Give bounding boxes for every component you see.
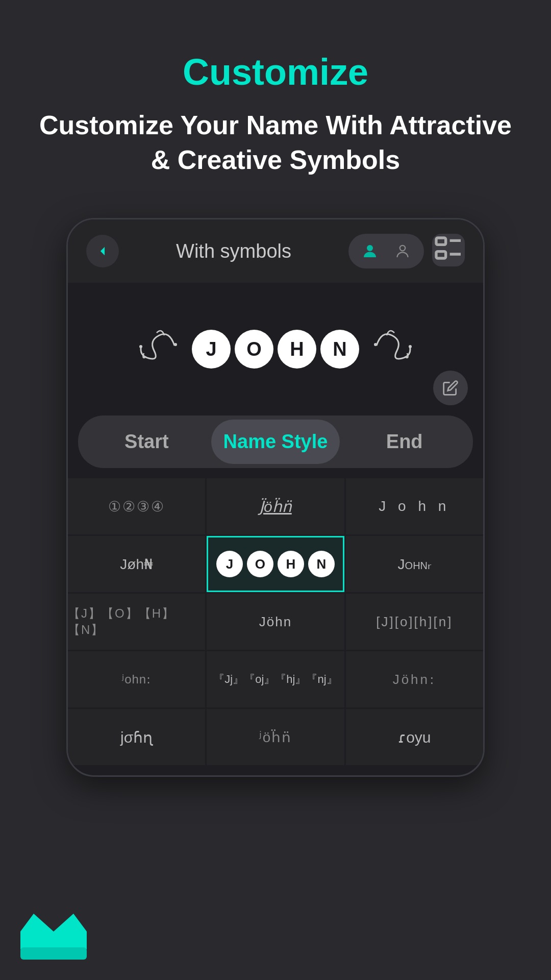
crown-base <box>20 947 87 960</box>
style-cell-7[interactable]: 【J】【O】【H】【N】 <box>68 594 205 650</box>
style-text-9: [J][o][h][n] <box>376 614 453 630</box>
person-outline-icon[interactable] <box>389 238 416 264</box>
style-selected-display: J O H N <box>216 551 335 577</box>
page-title: Customize <box>31 51 520 93</box>
svg-point-1 <box>400 246 406 251</box>
person-icons-group <box>348 234 424 268</box>
style-cell-4[interactable]: Jøh₦ <box>68 536 205 592</box>
letter-O: O <box>235 330 273 369</box>
style-cell-9[interactable]: [J][o][h][n] <box>346 594 483 650</box>
style-cell-10[interactable]: ʲohn꞉ <box>68 651 205 707</box>
svg-point-8 <box>374 343 377 346</box>
style-text-6: Johnᵣ <box>398 556 431 573</box>
style-text-12: Jöhn꞉ <box>393 672 436 688</box>
svg-rect-4 <box>436 252 446 258</box>
swirl-right-decoration <box>366 325 417 374</box>
letter-N: N <box>320 330 359 369</box>
crown-icon-container <box>20 909 87 960</box>
svg-point-7 <box>139 345 142 348</box>
swirl-left-decoration <box>134 325 185 374</box>
crown-body <box>20 914 87 949</box>
style-text-11: 『Jj』『oj』『hj』『nj』 <box>213 672 337 687</box>
svg-point-6 <box>174 343 177 346</box>
style-cell-13[interactable]: jσɦɳ <box>68 709 205 765</box>
phone-top-bar: With symbols <box>68 219 483 283</box>
style-text-15: ɾoyu <box>398 728 431 746</box>
style-cell-1[interactable]: ①②③④ <box>68 478 205 534</box>
top-icons-group <box>348 234 465 268</box>
svg-point-9 <box>409 345 412 348</box>
header-section: Customize Customize Your Name With Attra… <box>0 0 551 198</box>
style-cell-8[interactable]: Jöhn <box>207 594 344 650</box>
style-text-14: ʲöḧn̈ <box>259 729 292 746</box>
letter-J: J <box>192 330 231 369</box>
tab-end[interactable]: End <box>340 420 469 464</box>
grid-options-button[interactable] <box>432 234 465 266</box>
phone-mockup: With symbols <box>66 218 485 777</box>
styles-grid: ①②③④ J̈öḧn̈ J o h n Jøh₦ J O H N Johnᵣ <box>68 478 483 775</box>
style-cell-11[interactable]: 『Jj』『oj』『hj』『nj』 <box>207 651 344 707</box>
svg-rect-2 <box>436 238 446 244</box>
letter-H: H <box>278 330 316 369</box>
style-cell-3[interactable]: J o h n <box>346 478 483 534</box>
tab-bar: Start Name Style End <box>78 415 473 468</box>
style-cell-14[interactable]: ʲöḧn̈ <box>207 709 344 765</box>
style-cell-2[interactable]: J̈öḧn̈ <box>207 478 344 534</box>
style-text-4: Jøh₦ <box>120 556 153 573</box>
style-cell-15[interactable]: ɾoyu <box>346 709 483 765</box>
crown-icon <box>20 909 87 960</box>
screen-title: With symbols <box>176 240 291 262</box>
style-text-10: ʲohn꞉ <box>122 672 151 687</box>
style-text-3: J o h n <box>379 498 450 514</box>
style-cell-5[interactable]: J O H N <box>207 536 344 592</box>
style-text-1: ①②③④ <box>108 498 165 515</box>
name-preview-area: J O H N <box>68 283 483 415</box>
name-display: J O H N <box>134 325 417 374</box>
style-text-13: jσɦɳ <box>120 728 153 746</box>
page-subtitle: Customize Your Name With Attractive & Cr… <box>31 108 520 177</box>
style-text-2: J̈öḧn̈ <box>259 498 292 516</box>
tab-start[interactable]: Start <box>82 420 211 464</box>
phone-screen: With symbols <box>66 218 485 777</box>
svg-point-0 <box>367 245 373 251</box>
style-text-8: Jöhn <box>259 614 292 630</box>
style-cell-6[interactable]: Johnᵣ <box>346 536 483 592</box>
person-filled-icon[interactable] <box>357 238 383 264</box>
style-text-7: 【J】【O】【H】【N】 <box>68 605 205 638</box>
edit-button[interactable] <box>433 371 468 405</box>
tab-name-style[interactable]: Name Style <box>211 420 340 464</box>
style-cell-12[interactable]: Jöhn꞉ <box>346 651 483 707</box>
back-button[interactable] <box>86 235 119 267</box>
